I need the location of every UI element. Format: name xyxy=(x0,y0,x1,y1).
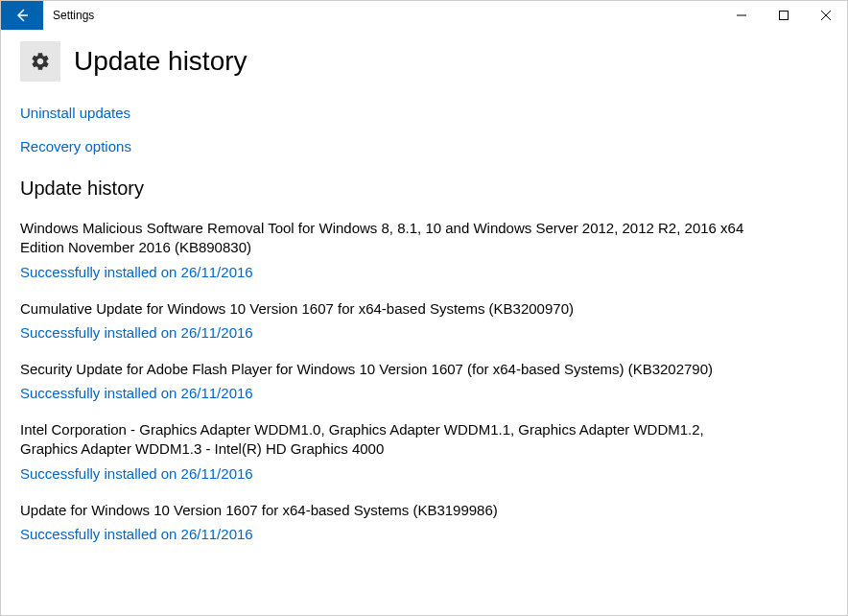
uninstall-updates-link[interactable]: Uninstall updates xyxy=(20,105,828,121)
header-icon-box xyxy=(20,41,60,82)
gear-icon xyxy=(30,51,51,72)
update-entry: Cumulative Update for Windows 10 Version… xyxy=(20,299,749,341)
update-title: Update for Windows 10 Version 1607 for x… xyxy=(20,501,749,520)
update-title: Intel Corporation - Graphics Adapter WDD… xyxy=(20,420,749,460)
update-title: Security Update for Adobe Flash Player f… xyxy=(20,360,749,379)
minimize-button[interactable] xyxy=(720,1,763,30)
update-status: Successfully installed on 26/11/2016 xyxy=(20,324,749,341)
page-title: Update history xyxy=(74,46,247,77)
page-header: Update history xyxy=(20,41,828,82)
update-entry: Update for Windows 10 Version 1607 for x… xyxy=(20,501,749,542)
section-heading: Update history xyxy=(20,178,828,200)
maximize-button[interactable] xyxy=(763,1,805,30)
update-status: Successfully installed on 26/11/2016 xyxy=(20,465,749,482)
update-status: Successfully installed on 26/11/2016 xyxy=(20,385,749,401)
svg-rect-2 xyxy=(780,12,789,20)
recovery-options-link[interactable]: Recovery options xyxy=(20,138,828,154)
close-icon xyxy=(821,11,831,20)
minimize-icon xyxy=(737,11,746,20)
window-title: Settings xyxy=(43,1,720,30)
titlebar: Settings xyxy=(1,1,847,30)
update-entry: Security Update for Adobe Flash Player f… xyxy=(20,360,749,401)
content-area: Update history Uninstall updates Recover… xyxy=(1,30,847,580)
update-entry: Intel Corporation - Graphics Adapter WDD… xyxy=(20,420,749,482)
update-status: Successfully installed on 26/11/2016 xyxy=(20,264,749,280)
update-title: Cumulative Update for Windows 10 Version… xyxy=(20,299,749,319)
update-entry: Windows Malicious Software Removal Tool … xyxy=(20,219,749,280)
maximize-icon xyxy=(779,11,789,20)
update-title: Windows Malicious Software Removal Tool … xyxy=(20,219,749,258)
window-controls xyxy=(720,1,847,30)
back-button[interactable] xyxy=(1,1,43,30)
update-status: Successfully installed on 26/11/2016 xyxy=(20,526,749,542)
arrow-left-icon xyxy=(14,8,30,23)
close-button[interactable] xyxy=(805,1,847,30)
